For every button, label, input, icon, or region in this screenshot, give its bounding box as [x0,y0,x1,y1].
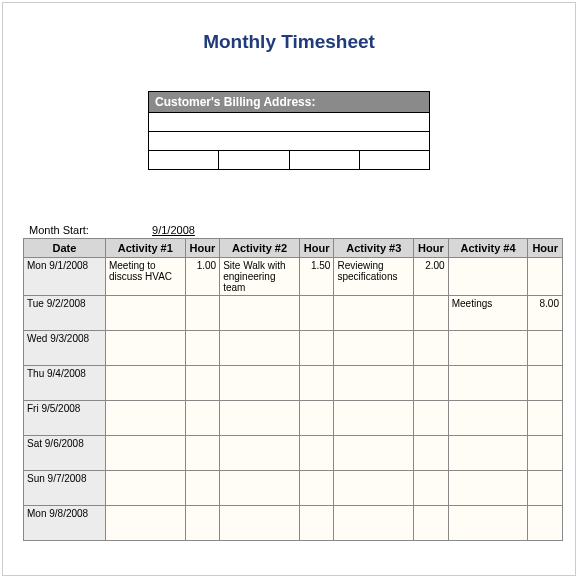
activity4-cell [448,366,528,401]
activity2-cell [220,506,300,541]
hour3-cell [414,331,448,366]
month-start: Month Start: 9/1/2008 [29,224,575,236]
activity1-cell [105,506,185,541]
hour3-cell [414,436,448,471]
billing-address-box: Customer's Billing Address: [148,91,430,170]
date-cell: Mon 9/1/2008 [24,258,106,296]
table-row: Sat 9/6/2008 [24,436,563,471]
activity1-cell [105,366,185,401]
activity3-cell [334,506,414,541]
activity3-cell [334,331,414,366]
table-row: Sun 9/7/2008 [24,471,563,506]
activity4-cell [448,471,528,506]
col-h4: Hour [528,239,563,258]
billing-line-3 [149,151,429,169]
hour2-cell [299,331,333,366]
activity3-cell: Reviewing specifications [334,258,414,296]
col-h1: Hour [185,239,219,258]
date-cell: Fri 9/5/2008 [24,401,106,436]
activity1-cell [105,331,185,366]
billing-header: Customer's Billing Address: [149,92,429,113]
activity2-cell: Site Walk with engineering team [220,258,300,296]
activity2-cell [220,296,300,331]
table-row: Fri 9/5/2008 [24,401,563,436]
table-row: Tue 9/2/2008Meetings8.00 [24,296,563,331]
activity2-cell [220,401,300,436]
hour1-cell [185,331,219,366]
activity1-cell [105,296,185,331]
timesheet-grid: Date Activity #1 Hour Activity #2 Hour A… [23,238,563,541]
activity3-cell [334,296,414,331]
table-row: Mon 9/1/2008Meeting to discuss HVAC1.00S… [24,258,563,296]
activity4-cell: Meetings [448,296,528,331]
month-start-value: 9/1/2008 [152,224,195,236]
hour2-cell [299,401,333,436]
activity4-cell [448,331,528,366]
col-date: Date [24,239,106,258]
hour3-cell [414,506,448,541]
activity3-cell [334,401,414,436]
activity3-cell [334,436,414,471]
hour2-cell [299,366,333,401]
hour1-cell [185,506,219,541]
activity2-cell [220,331,300,366]
date-cell: Sat 9/6/2008 [24,436,106,471]
table-row: Wed 9/3/2008 [24,331,563,366]
col-act3: Activity #3 [334,239,414,258]
hour1-cell [185,366,219,401]
hour4-cell [528,506,563,541]
hour1-cell [185,401,219,436]
hour1-cell [185,436,219,471]
billing-line-1 [149,113,429,132]
hour3-cell [414,366,448,401]
hour4-cell [528,366,563,401]
hour2-cell: 1.50 [299,258,333,296]
hour4-cell [528,258,563,296]
hour2-cell [299,471,333,506]
hour2-cell [299,506,333,541]
col-act1: Activity #1 [105,239,185,258]
date-cell: Sun 9/7/2008 [24,471,106,506]
activity1-cell [105,401,185,436]
activity4-cell [448,506,528,541]
date-cell: Tue 9/2/2008 [24,296,106,331]
activity1-cell [105,436,185,471]
hour4-cell [528,436,563,471]
col-h3: Hour [414,239,448,258]
hour4-cell [528,331,563,366]
activity4-cell [448,258,528,296]
hour2-cell [299,296,333,331]
hour4-cell [528,471,563,506]
activity4-cell [448,436,528,471]
header-row: Date Activity #1 Hour Activity #2 Hour A… [24,239,563,258]
timesheet-page: Monthly Timesheet Customer's Billing Add… [2,2,576,576]
activity2-cell [220,436,300,471]
col-act2: Activity #2 [220,239,300,258]
hour3-cell [414,471,448,506]
hour3-cell: 2.00 [414,258,448,296]
activity3-cell [334,471,414,506]
activity4-cell [448,401,528,436]
hour4-cell [528,401,563,436]
hour3-cell [414,401,448,436]
date-cell: Mon 9/8/2008 [24,506,106,541]
activity3-cell [334,366,414,401]
hour1-cell [185,471,219,506]
date-cell: Thu 9/4/2008 [24,366,106,401]
activity1-cell: Meeting to discuss HVAC [105,258,185,296]
activity2-cell [220,366,300,401]
table-row: Mon 9/8/2008 [24,506,563,541]
billing-line-2 [149,132,429,151]
page-title: Monthly Timesheet [3,3,575,53]
hour2-cell [299,436,333,471]
table-row: Thu 9/4/2008 [24,366,563,401]
hour1-cell [185,296,219,331]
hour3-cell [414,296,448,331]
activity2-cell [220,471,300,506]
hour1-cell: 1.00 [185,258,219,296]
activity1-cell [105,471,185,506]
date-cell: Wed 9/3/2008 [24,331,106,366]
month-start-label: Month Start: [29,224,149,236]
hour4-cell: 8.00 [528,296,563,331]
col-h2: Hour [299,239,333,258]
